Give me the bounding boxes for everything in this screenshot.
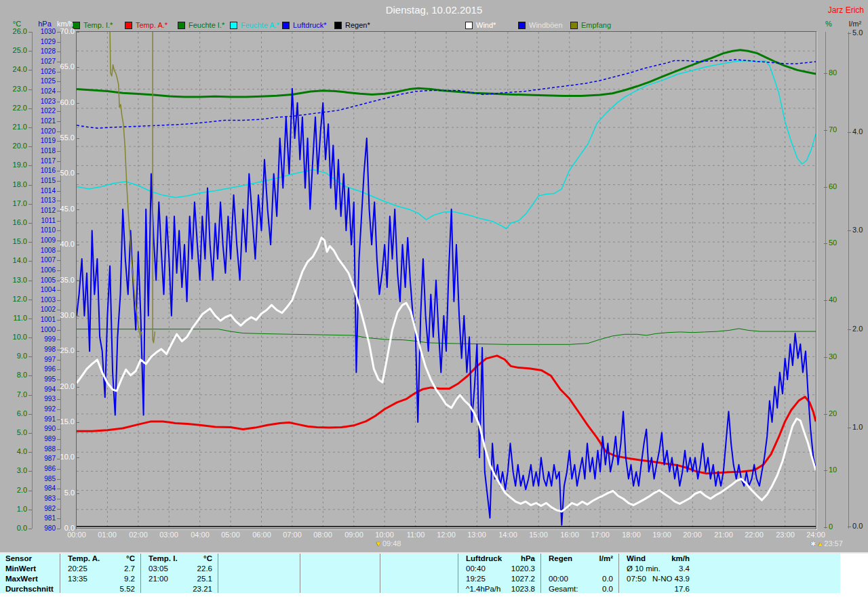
- row-header-label: MinWert: [0, 564, 36, 574]
- pressure-axis-tick-label: 1027: [34, 58, 56, 65]
- legend-swatch-icon: [125, 22, 132, 29]
- table-cell-value: [452, 574, 458, 584]
- pressure-axis-tick-label: 986: [34, 466, 56, 472]
- row-header-label: Sensor: [0, 554, 32, 564]
- axis-tick: [28, 433, 32, 434]
- legend-item-empfang: Empfang: [570, 21, 611, 29]
- axis-tick: [57, 509, 60, 510]
- time-tick-label: 22:00: [739, 531, 769, 539]
- table-column-tempa: Temp. A.°C20:252.713:359.25.52: [60, 554, 140, 594]
- table-row-header-column: SensorMinWertMaxWertDurchschnitt: [0, 554, 60, 594]
- axis-tick: [76, 209, 79, 210]
- time-tick-label: 16:00: [555, 531, 585, 539]
- table-cell-time: 21:00: [141, 574, 168, 584]
- pressure-axis-tick-label: 1011: [34, 218, 56, 224]
- temp-axis-tick-label: 20.0: [5, 142, 27, 150]
- weather-chart-plot-area[interactable]: [77, 32, 816, 529]
- axis-tick: [76, 103, 79, 104]
- table-cell-value: 22.6: [197, 564, 218, 574]
- legend-item-label: Feuchte A.*: [241, 21, 279, 29]
- axis-tick: [28, 165, 32, 166]
- axis-tick: [57, 72, 60, 73]
- table-data-row: [218, 574, 300, 584]
- axis-tick: [57, 339, 60, 340]
- legend-item-label: Luftdruck*: [293, 21, 327, 29]
- temp-axis-tick-label: 21.0: [5, 123, 27, 131]
- table-cell-time: [380, 574, 388, 584]
- pressure-axis-tick-label: 1025: [34, 78, 56, 85]
- time-tick-label: 06:00: [247, 531, 277, 539]
- wind-axis-tick-label: 35.0: [57, 276, 75, 284]
- pressure-axis-tick-label: 987: [34, 455, 56, 462]
- temp-axis-tick-label: 17.0: [5, 200, 27, 207]
- pressure-axis-tick-label: 992: [34, 406, 56, 413]
- pressure-axis-tick-label: 989: [34, 436, 56, 442]
- pressure-axis-tick-label: 1002: [34, 306, 56, 313]
- pressure-axis-tick-label: 983: [34, 495, 56, 502]
- axis-tick: [824, 470, 827, 471]
- axis-tick: [57, 429, 60, 430]
- time-tick-label: 00:00: [62, 531, 92, 539]
- pressure-axis-tick-label: 1017: [34, 158, 56, 165]
- column-unit-label: l/m²: [599, 554, 618, 564]
- axis-tick: [28, 51, 32, 52]
- time-tick-label: 08:00: [308, 531, 338, 539]
- axis-tick: [57, 379, 60, 380]
- pressure-axis-tick-label: 985: [34, 476, 56, 482]
- temp-axis-tick-label: 23.0: [5, 85, 27, 93]
- legend-swatch-icon: [518, 22, 526, 29]
- axis-tick: [57, 91, 60, 92]
- column-header-label: Temp. A.: [60, 554, 100, 564]
- axis-tick: [57, 479, 60, 480]
- time-tick-label: 17:00: [585, 531, 615, 539]
- table-cell-time: [380, 564, 388, 574]
- wind-axis-tick-label: 65.0: [57, 63, 75, 70]
- page-title: Dienstag, 10.02.2015: [0, 4, 868, 16]
- axis-tick: [57, 290, 60, 291]
- pressure-axis-tick-label: 1021: [34, 118, 56, 125]
- marker-time-label: 23:57: [824, 539, 843, 548]
- axis-tick: [57, 300, 60, 301]
- pressure-axis-tick-label: 1009: [34, 237, 56, 244]
- axis-tick: [76, 422, 79, 423]
- bottom-strip: [0, 593, 868, 597]
- column-header-label: Regen: [541, 554, 572, 564]
- temp-axis-tick-label: 1.0: [5, 506, 27, 513]
- pressure-axis-tick-label: 1018: [34, 148, 56, 155]
- wind-axis-tick-label: 45.0: [57, 205, 75, 213]
- axis-tick: [28, 337, 32, 338]
- axis-tick: [848, 428, 851, 428]
- temp-axis-tick-label: 2.0: [5, 487, 27, 494]
- pressure-axis-tick-label: 996: [34, 366, 56, 373]
- pressure-axis-tick-label: 980: [34, 525, 56, 532]
- pressure-axis-tick-label: 1013: [34, 197, 56, 204]
- axis-tick: [824, 300, 827, 301]
- pressure-axis-tick-label: 1007: [34, 257, 56, 264]
- table-cell-value: [374, 574, 380, 584]
- table-column-content: LuftdruckhPa00:401020.319:251027.2^1.4hP…: [458, 554, 540, 594]
- axis-tick: [57, 310, 60, 310]
- table-cell-time: 00:00: [541, 574, 568, 584]
- column-header-label: [300, 554, 308, 564]
- pressure-axis-tick-label: 1019: [34, 138, 56, 144]
- axis-tick: [57, 42, 60, 43]
- table-data-row: [380, 574, 458, 584]
- axis-tick: [28, 414, 32, 415]
- legend-item-feuchtea: Feuchte A.*: [230, 21, 279, 29]
- time-tick-label: 04:00: [185, 531, 215, 539]
- axis-tick: [57, 191, 60, 192]
- humidity-axis-tick-label: 60: [829, 183, 845, 190]
- column-unit-label: °C: [126, 554, 140, 564]
- axis-tick: [28, 300, 32, 300]
- time-tick-label: 14:00: [493, 531, 523, 539]
- wind-axis-tick-label: 60.0: [57, 99, 75, 106]
- legend-swatch-icon: [178, 22, 185, 29]
- pressure-axis-tick-label: 1001: [34, 316, 56, 323]
- time-tick-label: 13:00: [462, 531, 492, 539]
- table-column-wind: Windkm/hØ 10 min.3.407:50N-NO 43.917.6: [618, 554, 840, 594]
- axis-tick: [76, 316, 79, 316]
- table-data-row: [300, 574, 380, 584]
- axis-tick: [28, 204, 32, 205]
- axis-tick: [28, 395, 32, 396]
- axis-tick: [57, 499, 60, 499]
